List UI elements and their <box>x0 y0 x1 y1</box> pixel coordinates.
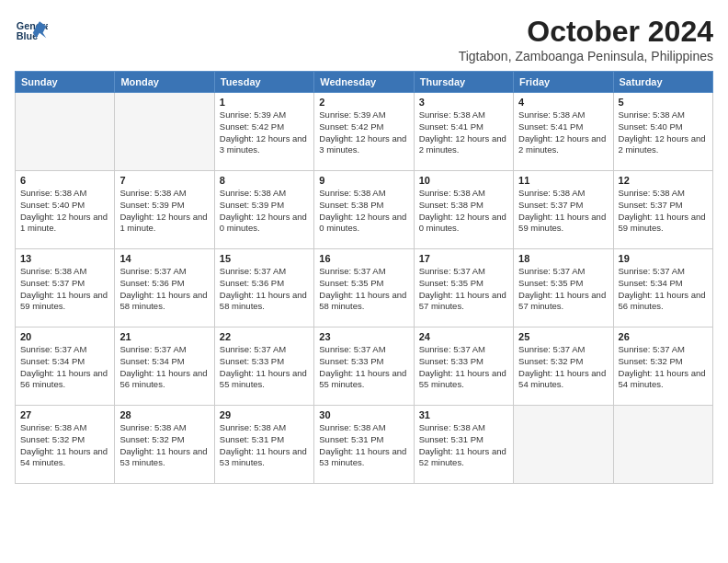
day-header-friday: Friday <box>514 72 613 93</box>
day-info: Sunrise: 5:38 AM Sunset: 5:38 PM Dayligh… <box>419 188 508 235</box>
calendar-cell <box>613 406 712 484</box>
calendar-cell: 26Sunrise: 5:37 AM Sunset: 5:32 PM Dayli… <box>613 327 712 406</box>
calendar-cell: 9Sunrise: 5:38 AM Sunset: 5:38 PM Daylig… <box>314 171 414 249</box>
calendar-cell: 23Sunrise: 5:37 AM Sunset: 5:33 PM Dayli… <box>314 327 414 406</box>
day-number: 5 <box>619 97 708 108</box>
day-info: Sunrise: 5:38 AM Sunset: 5:31 PM Dayligh… <box>419 422 508 469</box>
day-number: 29 <box>220 409 309 420</box>
day-info: Sunrise: 5:37 AM Sunset: 5:36 PM Dayligh… <box>220 266 309 313</box>
day-number: 15 <box>220 253 309 264</box>
day-number: 23 <box>319 331 408 342</box>
day-info: Sunrise: 5:38 AM Sunset: 5:39 PM Dayligh… <box>220 188 309 235</box>
calendar-cell: 30Sunrise: 5:38 AM Sunset: 5:31 PM Dayli… <box>314 406 414 484</box>
title-block: October 2024 Tigtabon, Zamboanga Peninsu… <box>459 15 713 63</box>
calendar-cell: 25Sunrise: 5:37 AM Sunset: 5:32 PM Dayli… <box>514 327 613 406</box>
day-number: 7 <box>119 175 209 186</box>
day-number: 19 <box>619 253 708 264</box>
day-header-sunday: Sunday <box>16 72 115 93</box>
day-info: Sunrise: 5:38 AM Sunset: 5:40 PM Dayligh… <box>20 188 109 235</box>
day-number: 16 <box>319 253 408 264</box>
calendar-cell: 22Sunrise: 5:37 AM Sunset: 5:33 PM Dayli… <box>214 327 313 406</box>
day-info: Sunrise: 5:38 AM Sunset: 5:37 PM Dayligh… <box>619 188 708 235</box>
day-info: Sunrise: 5:37 AM Sunset: 5:35 PM Dayligh… <box>518 266 608 313</box>
day-info: Sunrise: 5:38 AM Sunset: 5:37 PM Dayligh… <box>20 266 109 313</box>
day-info: Sunrise: 5:38 AM Sunset: 5:37 PM Dayligh… <box>518 188 608 235</box>
calendar-cell: 20Sunrise: 5:37 AM Sunset: 5:34 PM Dayli… <box>16 327 115 406</box>
day-number: 11 <box>518 175 608 186</box>
day-info: Sunrise: 5:38 AM Sunset: 5:41 PM Dayligh… <box>419 109 508 156</box>
calendar-cell: 6Sunrise: 5:38 AM Sunset: 5:40 PM Daylig… <box>16 171 115 249</box>
calendar-cell: 13Sunrise: 5:38 AM Sunset: 5:37 PM Dayli… <box>16 249 115 327</box>
day-number: 14 <box>119 253 209 264</box>
week-row-5: 27Sunrise: 5:38 AM Sunset: 5:32 PM Dayli… <box>16 406 713 484</box>
day-number: 9 <box>319 175 408 186</box>
calendar-cell: 1Sunrise: 5:39 AM Sunset: 5:42 PM Daylig… <box>214 93 313 171</box>
calendar-cell: 8Sunrise: 5:38 AM Sunset: 5:39 PM Daylig… <box>214 171 313 249</box>
calendar-cell: 24Sunrise: 5:37 AM Sunset: 5:33 PM Dayli… <box>414 327 513 406</box>
calendar-cell <box>16 93 115 171</box>
day-info: Sunrise: 5:38 AM Sunset: 5:40 PM Dayligh… <box>619 109 708 156</box>
day-info: Sunrise: 5:39 AM Sunset: 5:42 PM Dayligh… <box>319 109 408 156</box>
day-header-saturday: Saturday <box>613 72 712 93</box>
day-info: Sunrise: 5:37 AM Sunset: 5:32 PM Dayligh… <box>619 344 708 391</box>
day-info: Sunrise: 5:38 AM Sunset: 5:41 PM Dayligh… <box>518 109 608 156</box>
calendar-cell: 18Sunrise: 5:37 AM Sunset: 5:35 PM Dayli… <box>514 249 613 327</box>
day-info: Sunrise: 5:37 AM Sunset: 5:33 PM Dayligh… <box>319 344 408 391</box>
day-info: Sunrise: 5:37 AM Sunset: 5:33 PM Dayligh… <box>419 344 508 391</box>
day-header-monday: Monday <box>115 72 214 93</box>
day-number: 3 <box>419 97 508 108</box>
day-number: 1 <box>220 97 309 108</box>
location-subtitle: Tigtabon, Zamboanga Peninsula, Philippin… <box>459 49 713 63</box>
calendar-table: SundayMondayTuesdayWednesdayThursdayFrid… <box>15 71 713 484</box>
day-number: 17 <box>419 253 508 264</box>
calendar-cell: 2Sunrise: 5:39 AM Sunset: 5:42 PM Daylig… <box>314 93 414 171</box>
day-info: Sunrise: 5:38 AM Sunset: 5:32 PM Dayligh… <box>20 422 109 469</box>
day-info: Sunrise: 5:38 AM Sunset: 5:31 PM Dayligh… <box>319 422 408 469</box>
day-info: Sunrise: 5:37 AM Sunset: 5:35 PM Dayligh… <box>419 266 508 313</box>
day-number: 10 <box>419 175 508 186</box>
day-info: Sunrise: 5:38 AM Sunset: 5:39 PM Dayligh… <box>119 188 209 235</box>
day-info: Sunrise: 5:37 AM Sunset: 5:34 PM Dayligh… <box>20 344 109 391</box>
calendar-cell: 14Sunrise: 5:37 AM Sunset: 5:36 PM Dayli… <box>115 249 214 327</box>
calendar-cell: 11Sunrise: 5:38 AM Sunset: 5:37 PM Dayli… <box>514 171 613 249</box>
day-info: Sunrise: 5:37 AM Sunset: 5:34 PM Dayligh… <box>619 266 708 313</box>
calendar-cell: 4Sunrise: 5:38 AM Sunset: 5:41 PM Daylig… <box>514 93 613 171</box>
day-number: 26 <box>619 331 708 342</box>
week-row-4: 20Sunrise: 5:37 AM Sunset: 5:34 PM Dayli… <box>16 327 713 406</box>
calendar-cell: 10Sunrise: 5:38 AM Sunset: 5:38 PM Dayli… <box>414 171 513 249</box>
day-number: 2 <box>319 97 408 108</box>
day-number: 8 <box>220 175 309 186</box>
logo-icon: General Blue <box>15 15 48 48</box>
day-header-tuesday: Tuesday <box>214 72 313 93</box>
day-info: Sunrise: 5:37 AM Sunset: 5:35 PM Dayligh… <box>319 266 408 313</box>
day-number: 13 <box>20 253 109 264</box>
calendar-cell: 15Sunrise: 5:37 AM Sunset: 5:36 PM Dayli… <box>214 249 313 327</box>
day-info: Sunrise: 5:38 AM Sunset: 5:31 PM Dayligh… <box>220 422 309 469</box>
calendar-cell: 12Sunrise: 5:38 AM Sunset: 5:37 PM Dayli… <box>613 171 712 249</box>
day-number: 21 <box>119 331 209 342</box>
day-number: 4 <box>518 97 608 108</box>
day-info: Sunrise: 5:37 AM Sunset: 5:32 PM Dayligh… <box>518 344 608 391</box>
calendar-cell: 5Sunrise: 5:38 AM Sunset: 5:40 PM Daylig… <box>613 93 712 171</box>
day-number: 12 <box>619 175 708 186</box>
calendar-cell: 3Sunrise: 5:38 AM Sunset: 5:41 PM Daylig… <box>414 93 513 171</box>
calendar-cell: 29Sunrise: 5:38 AM Sunset: 5:31 PM Dayli… <box>214 406 313 484</box>
page-header: General Blue General Blue October 2024 T… <box>15 15 713 63</box>
calendar-cell: 7Sunrise: 5:38 AM Sunset: 5:39 PM Daylig… <box>115 171 214 249</box>
calendar-cell <box>514 406 613 484</box>
month-title: October 2024 <box>459 15 713 49</box>
day-number: 31 <box>419 409 508 420</box>
day-number: 30 <box>319 409 408 420</box>
logo: General Blue General Blue <box>15 15 48 48</box>
day-number: 20 <box>20 331 109 342</box>
calendar-cell: 27Sunrise: 5:38 AM Sunset: 5:32 PM Dayli… <box>16 406 115 484</box>
week-row-3: 13Sunrise: 5:38 AM Sunset: 5:37 PM Dayli… <box>16 249 713 327</box>
day-header-wednesday: Wednesday <box>314 72 414 93</box>
calendar-cell: 19Sunrise: 5:37 AM Sunset: 5:34 PM Dayli… <box>613 249 712 327</box>
calendar-cell <box>115 93 214 171</box>
day-info: Sunrise: 5:39 AM Sunset: 5:42 PM Dayligh… <box>220 109 309 156</box>
day-info: Sunrise: 5:37 AM Sunset: 5:33 PM Dayligh… <box>220 344 309 391</box>
day-header-thursday: Thursday <box>414 72 513 93</box>
day-number: 28 <box>119 409 209 420</box>
calendar-cell: 31Sunrise: 5:38 AM Sunset: 5:31 PM Dayli… <box>414 406 513 484</box>
